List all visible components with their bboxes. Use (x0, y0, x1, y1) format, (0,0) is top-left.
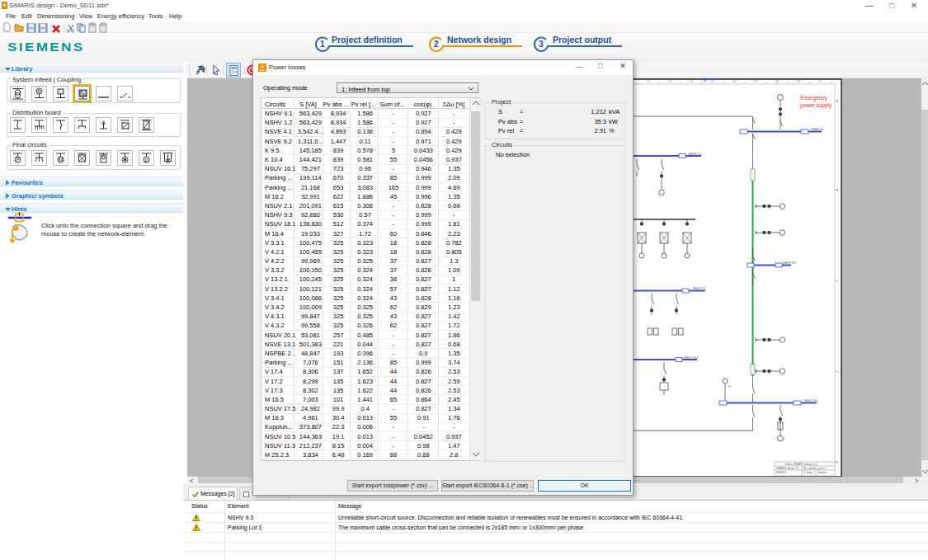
svg-text:power supply: power supply (800, 102, 832, 109)
svg-text:SIMARIS design 9.0: SIMARIS design 9.0 (776, 467, 798, 470)
svg-text:14: 14 (690, 80, 693, 83)
svg-text:17: 17 (754, 80, 757, 83)
svg-text:2: 2 (434, 40, 439, 49)
svg-text:13: 13 (668, 80, 671, 83)
svg-text:M: M (59, 157, 64, 162)
svg-text:Siemens: Siemens (817, 471, 827, 474)
svg-text:Demo_SIMARIS_design_2.0: Demo_SIMARIS_design_2.0 (785, 463, 817, 466)
svg-text:Project definition: Project definition (332, 35, 403, 45)
svg-text:20: 20 (818, 80, 822, 83)
svg-text:19: 19 (797, 80, 800, 83)
svg-text:NSHV 9.3: NSHV 9.3 (783, 261, 796, 265)
svg-text:3: 3 (539, 40, 544, 49)
svg-text:Emergency: Emergency (800, 95, 828, 101)
svg-text:p: p (145, 157, 148, 163)
svg-text:NSVE 4.1: NSVE 4.1 (689, 153, 701, 156)
svg-text:NSUV 2.1: NSUV 2.1 (693, 287, 706, 290)
svg-text:15: 15 (711, 80, 714, 83)
svg-text:NSUV 16.1: NSUV 16.1 (804, 399, 819, 402)
svg-text:G: G (728, 385, 731, 388)
svg-text:18: 18 (775, 80, 779, 83)
svg-text:NSUV 18.1: NSUV 18.1 (684, 356, 699, 360)
svg-text:NSHV 9.1: NSHV 9.1 (811, 128, 824, 131)
svg-text:12: 12 (647, 80, 650, 83)
svg-text:1: 1 (320, 40, 325, 49)
svg-text:SD_sample_project: SD_sample_project (803, 467, 825, 470)
svg-text:P: P (16, 157, 21, 162)
svg-text:Project output: Project output (553, 35, 612, 45)
svg-text:16: 16 (733, 80, 736, 83)
svg-text:6FH0815: 6FH0815 (776, 471, 787, 474)
svg-text:S. Geyer: S. Geyer (803, 471, 813, 474)
svg-text:Network design: Network design (447, 35, 511, 45)
